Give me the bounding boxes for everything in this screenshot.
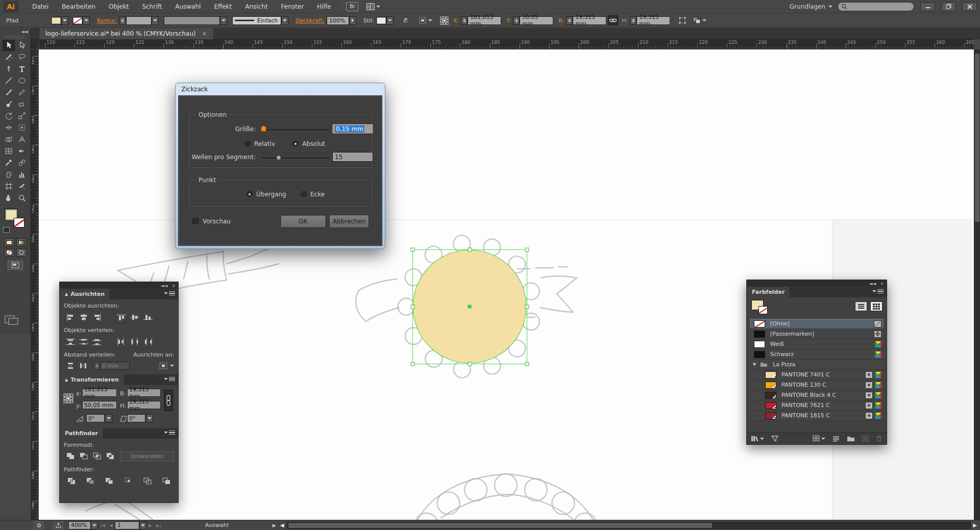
artboard-number-dropdown[interactable] [139, 521, 146, 529]
horizontal-scrollbar[interactable] [287, 522, 971, 529]
ridges-field[interactable]: 15 [332, 152, 373, 162]
expand-button[interactable]: Umwandeln [120, 451, 174, 461]
close-panel-icon[interactable]: × [880, 281, 884, 286]
absolute-radio[interactable]: Absolut [292, 140, 325, 147]
show-swatch-kinds-button[interactable] [771, 435, 778, 442]
status-indicator[interactable]: Auswahl [163, 522, 271, 528]
collapsed-panel-icon[interactable] [4, 314, 21, 327]
disclosure-triangle-icon[interactable]: ▼ [753, 362, 756, 367]
x-field[interactable]: 181,813 mm [468, 16, 501, 25]
dist-bottom-icon[interactable] [90, 337, 104, 347]
swatches-panel-menu[interactable] [872, 289, 884, 293]
type-tool[interactable] [16, 63, 28, 74]
fill-color-dropdown[interactable] [61, 16, 68, 25]
ellipse-tool[interactable] [16, 75, 28, 86]
stroke-proxy-swatch[interactable] [758, 306, 768, 314]
tab-swatches[interactable]: Farbfelder [747, 287, 790, 297]
rotate-tool[interactable] [3, 110, 15, 121]
pf-minus-back-icon[interactable] [160, 476, 173, 486]
zoom-level-dropdown[interactable] [91, 521, 98, 529]
tab-transform[interactable]: ▲Transformieren [60, 374, 125, 385]
swatch-row--ohne-[interactable]: [Ohne] [750, 319, 884, 329]
symbol-sprayer-tool[interactable] [3, 169, 15, 180]
ruler-corner[interactable] [31, 39, 39, 49]
direct-selection-tool[interactable] [16, 40, 28, 51]
status-menu-arrow[interactable]: ▶ [273, 523, 276, 528]
eraser-tool[interactable] [16, 98, 28, 110]
align-options-dropdown[interactable] [428, 19, 432, 21]
width-stepper[interactable] [566, 16, 573, 25]
transform-w-field[interactable]: 19,315 mm [127, 389, 161, 397]
collapse-panels-icon[interactable]: ◄◄ [869, 281, 876, 286]
ridges-slider[interactable] [262, 158, 329, 159]
menu-item-fenster[interactable]: Fenster [275, 0, 311, 13]
opacity-link[interactable]: Deckkraft: [296, 17, 325, 24]
none-mode-button[interactable] [4, 248, 14, 257]
al-top-icon[interactable] [115, 312, 128, 322]
swatch-libraries-button[interactable] [751, 435, 764, 442]
pencil-tool[interactable] [16, 87, 28, 98]
opacity-dropdown[interactable] [349, 16, 356, 25]
paintbrush-tool[interactable] [3, 87, 15, 98]
horizontal-ruler[interactable]: 1101151201251301351401451501551601651701… [39, 39, 974, 49]
recolor-artwork-icon[interactable] [401, 16, 410, 25]
grid-view-button[interactable] [870, 301, 883, 311]
lasso-tool[interactable] [16, 52, 28, 63]
pf-trim-icon[interactable] [84, 476, 97, 486]
magic-wand-tool[interactable] [3, 52, 15, 63]
spacing-stepper[interactable] [93, 362, 100, 370]
space-v-icon[interactable] [64, 361, 77, 371]
swatch-row-pantone-130-c[interactable]: PANTONE 130 C [750, 380, 884, 390]
new-swatch-button[interactable] [862, 436, 869, 442]
previous-artboard-button[interactable]: ◀ [109, 523, 113, 528]
search-input[interactable] [838, 2, 914, 11]
graphic-style-dropdown[interactable] [386, 16, 394, 25]
pf-merge-icon[interactable] [103, 476, 116, 486]
blend-tool[interactable] [16, 157, 28, 168]
swatch-chip[interactable] [765, 382, 776, 389]
vertical-ruler[interactable]: 1 01 52 02 53 03 54 04 55 05 56 06 57 07… [31, 49, 39, 520]
fm-unite-icon[interactable] [64, 451, 77, 461]
scroll-right-arrow[interactable]: ▶ [973, 522, 977, 528]
brush-definition-field[interactable]: Einfach [232, 16, 281, 25]
new-color-group-button[interactable] [813, 435, 825, 442]
zoom-tool[interactable] [16, 192, 28, 204]
default-fill-stroke-icon[interactable] [3, 227, 10, 233]
list-view-button[interactable] [855, 301, 867, 311]
dist-center-v-icon[interactable] [77, 337, 90, 347]
fm-minus-front-icon[interactable] [77, 451, 90, 461]
zoom-level-field[interactable]: 400% [68, 521, 91, 529]
graphic-style-swatch[interactable] [376, 17, 386, 24]
stroke-weight-stepper[interactable] [119, 16, 126, 25]
swatch-row-pantone-black-4-c[interactable]: PANTONE Black 4 C [750, 390, 884, 400]
align-options-icon[interactable] [418, 16, 427, 25]
draw-mode-button[interactable] [16, 248, 27, 257]
stroke-weight-link[interactable]: Kontur: [97, 17, 117, 24]
fm-intersect-icon[interactable] [90, 451, 104, 461]
width-profile-dropdown[interactable] [220, 16, 227, 25]
export-button[interactable] [53, 521, 63, 529]
pen-tool[interactable] [3, 63, 15, 74]
reference-point-icon[interactable] [62, 393, 75, 403]
scrollbar-thumb[interactable] [975, 54, 979, 222]
gradient-tool[interactable] [16, 145, 28, 157]
size-field[interactable]: 0,15 mm [332, 124, 373, 134]
vertical-scrollbar[interactable] [974, 49, 980, 520]
swatch-chip[interactable] [765, 402, 776, 409]
menu-item-hilfe[interactable]: Hilfe [310, 0, 337, 13]
dist-center-h-icon[interactable] [128, 337, 141, 347]
width-profile-field[interactable] [164, 16, 220, 25]
dialog-title[interactable]: Zickzack [176, 83, 385, 95]
scroll-left-arrow[interactable]: ◀ [280, 522, 284, 528]
stroke-color-swatch[interactable] [72, 17, 83, 24]
rotate-field[interactable]: 0° [86, 414, 105, 422]
document-setup-button[interactable] [34, 521, 44, 529]
collapse-panels-icon[interactable]: ◄◄ [161, 283, 168, 288]
collapse-panel-icon[interactable]: ◄◄ [21, 29, 28, 34]
swatch-options-button[interactable] [832, 436, 840, 442]
al-middle-v-icon[interactable] [128, 312, 141, 322]
swatch-row-pantone-1815-c[interactable]: PANTONE 1815 C [750, 411, 884, 421]
line-segment-tool[interactable] [3, 75, 15, 86]
menu-item-schrift[interactable]: Schrift [135, 0, 168, 13]
dist-left-icon[interactable] [115, 337, 128, 347]
